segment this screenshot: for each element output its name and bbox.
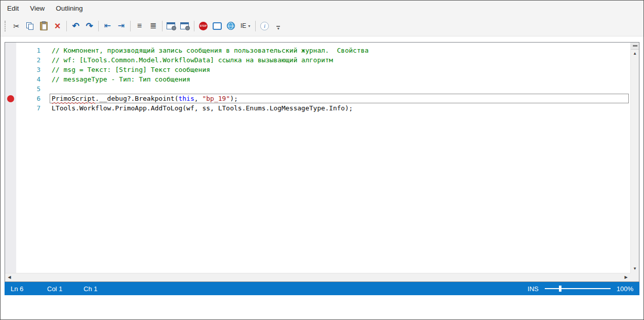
line-text: // wf: [LTools.Common.Model.WorkflowData…	[50, 55, 629, 65]
toolbar-separator	[194, 21, 194, 31]
status-char: Ch 1	[84, 285, 97, 293]
script-settings-icon[interactable]	[179, 20, 191, 32]
zoom-slider-thumb[interactable]	[559, 286, 561, 292]
copy-icon[interactable]	[24, 20, 36, 32]
line-number: 4	[16, 74, 41, 84]
splitter-handle[interactable]	[631, 43, 639, 50]
line-text: // Компонент, производящий запись сообще…	[50, 46, 629, 55]
frame-icon[interactable]	[211, 20, 223, 32]
toolbar-separator	[255, 21, 256, 31]
format-document-icon[interactable]: ≡	[133, 20, 146, 32]
line-text: // messageType - Тип: Тип сообщения	[50, 74, 629, 84]
info-icon[interactable]: i	[258, 20, 271, 32]
check-syntax-icon[interactable]	[165, 20, 178, 32]
script-editor-window: EditViewOutlining ✂×↶↷⇤⇥≡≣STOPIE▾i▾ 1// …	[0, 0, 644, 320]
scroll-down-icon[interactable]: ▼	[631, 265, 639, 272]
decrease-indent-icon[interactable]: ⇤	[101, 20, 114, 32]
stop-icon[interactable]: STOP	[197, 20, 210, 32]
menu-item-outlining[interactable]: Outlining	[56, 5, 83, 12]
code-line-5[interactable]: 5	[16, 84, 630, 94]
increase-indent-icon[interactable]: ⇥	[115, 20, 128, 32]
line-text	[50, 84, 629, 94]
toolbar-grip[interactable]	[5, 21, 7, 31]
code-line-2[interactable]: 2// wf: [LTools.Common.Model.WorkflowDat…	[16, 55, 630, 65]
scroll-left-icon[interactable]: ◀	[5, 273, 14, 282]
scroll-up-icon[interactable]: ▲	[631, 50, 639, 57]
menu-item-edit[interactable]: Edit	[7, 5, 19, 12]
code-line-7[interactable]: 7LTools.Workflow.PrimoApp.AddToLog(wf, s…	[16, 103, 630, 113]
toolbar-separator	[98, 21, 99, 31]
scroll-right-icon[interactable]: ▶	[622, 273, 630, 282]
breakpoint-dot[interactable]	[7, 95, 14, 102]
line-number: 5	[16, 84, 41, 94]
status-insert-mode: INS	[528, 285, 539, 293]
status-column: Col 1	[47, 285, 84, 293]
line-text: PrimoScript.__debug?.Breakpoint(this, "b…	[50, 94, 629, 103]
zoom-slider[interactable]	[545, 285, 611, 292]
toolbar-separator	[162, 21, 163, 31]
globe-icon[interactable]	[224, 20, 237, 32]
code-lines[interactable]: 1// Компонент, производящий запись сообщ…	[16, 43, 630, 273]
status-zoom: 100%	[617, 285, 633, 293]
code-line-6[interactable]: 6PrimoScript.__debug?.Breakpoint(this, "…	[16, 94, 630, 103]
undo-icon[interactable]: ↶	[69, 20, 82, 32]
breakpoint-margin[interactable]	[5, 43, 16, 282]
code-line-1[interactable]: 1// Компонент, производящий запись сообщ…	[16, 46, 630, 55]
editor: 1// Компонент, производящий запись сообщ…	[5, 42, 639, 282]
line-number: 6	[16, 94, 41, 103]
horizontal-scrollbar[interactable]: ◀ ▶	[5, 273, 630, 282]
cut-icon[interactable]: ✂	[10, 20, 23, 32]
vertical-scrollbar[interactable]: ▲ ▼	[630, 43, 639, 273]
code-line-4[interactable]: 4// messageType - Тип: Тип сообщения	[16, 74, 630, 84]
code-line-3[interactable]: 3// msg = Текст: [String] Текст сообщени…	[16, 65, 630, 74]
scrollbar-corner	[630, 273, 639, 282]
redo-icon[interactable]: ↷	[83, 20, 96, 32]
menubar: EditViewOutlining	[1, 1, 643, 16]
paste-icon[interactable]	[37, 20, 50, 32]
format-selection-icon[interactable]: ≣	[147, 20, 159, 32]
status-line: Ln 6	[11, 285, 47, 293]
menu-item-view[interactable]: View	[30, 5, 45, 12]
toolbar: ✂×↶↷⇤⇥≡≣STOPIE▾i▾	[1, 16, 643, 36]
line-number: 7	[16, 103, 41, 113]
line-number: 2	[16, 55, 41, 65]
zoom-slider-track	[545, 288, 611, 289]
line-number: 1	[16, 46, 41, 55]
status-bar: Ln 6 Col 1 Ch 1 INS 100%	[5, 282, 639, 295]
toolbar-separator	[66, 21, 67, 31]
toolbar-options-icon[interactable]: ▾	[272, 20, 285, 32]
toolbar-separator	[130, 21, 131, 31]
line-text: LTools.Workflow.PrimoApp.AddToLog(wf, ss…	[50, 103, 629, 113]
delete-icon[interactable]: ×	[51, 20, 64, 32]
line-text: // msg = Текст: [String] Текст сообщения	[50, 65, 629, 74]
line-number: 3	[16, 65, 41, 74]
browser-select[interactable]: IE▾	[238, 20, 253, 32]
